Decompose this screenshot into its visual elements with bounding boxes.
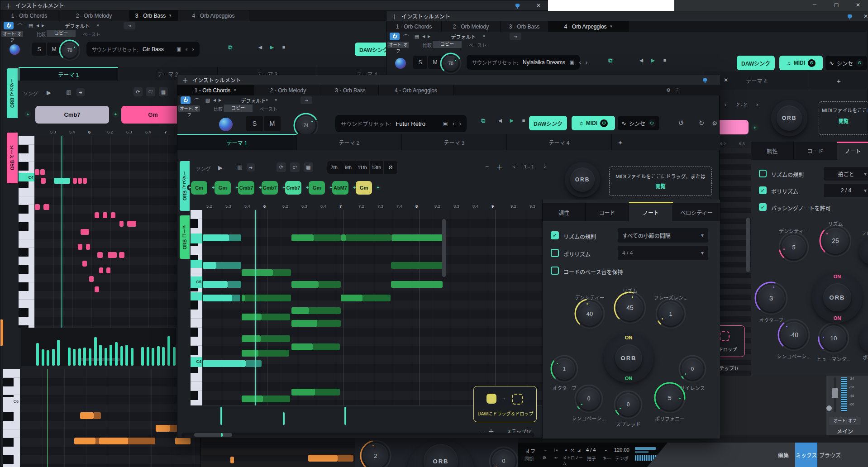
black-key[interactable] <box>19 145 29 153</box>
regenerate-chord-icon[interactable]: C⁷ <box>290 162 300 172</box>
nav-prev-icon[interactable]: ‹ <box>722 101 729 108</box>
prev-preset-icon[interactable]: ◀ <box>212 96 217 104</box>
checkbox-2[interactable] <box>759 203 767 211</box>
solo-button[interactable]: S <box>413 56 427 69</box>
instrument-tab-2[interactable]: 2 - Orb Melody <box>254 85 322 95</box>
midi-note[interactable] <box>40 169 45 175</box>
auto-mode-badge[interactable]: オート: オフ <box>387 42 409 48</box>
key-c5[interactable]: C5 <box>191 277 202 286</box>
chord-chip[interactable]: AbM7 <box>332 181 348 195</box>
midi-drop-zone[interactable]: MIDIファイルをここにドラッグ、または閲覧 <box>819 101 868 135</box>
midi-note[interactable] <box>391 234 443 241</box>
toggle[interactable] <box>660 456 670 462</box>
play-icon[interactable]: ▶ <box>45 88 53 96</box>
midi-note[interactable] <box>95 286 99 292</box>
automation-icon[interactable]: ⌒ <box>15 22 24 29</box>
melody-roll-sliver[interactable] <box>201 436 355 467</box>
settings-gear-icon[interactable]: ⚙ <box>711 119 718 128</box>
knob-win2.panel.knobs.3.label[interactable]: -40 <box>777 318 811 352</box>
key-c4[interactable]: C4 <box>191 357 202 366</box>
knob-win3.panel.knobs.0.label[interactable]: 40 <box>574 298 606 329</box>
midi-note[interactable] <box>242 335 261 342</box>
bypass-button[interactable] <box>4 22 14 29</box>
knob-win4.knob_b[interactable]: 0 <box>488 446 519 467</box>
midi-note[interactable] <box>74 438 95 444</box>
instrument-tab-2[interactable]: 2 - Orb Melody <box>58 10 130 21</box>
add-instrument-button[interactable]: ＋ <box>182 76 188 85</box>
chord-chip[interactable]: Gm <box>215 181 231 195</box>
instrument-tab-3[interactable]: 3 - Orb Bass▼ <box>130 10 178 21</box>
extension-option[interactable]: 13th <box>370 161 384 174</box>
midi-note[interactable] <box>35 169 39 175</box>
add-instrument-button[interactable]: ＋ <box>391 12 397 21</box>
gear-icon[interactable]: ⚙ <box>665 86 672 94</box>
prev-preset-icon[interactable]: ◀ <box>421 33 426 40</box>
black-key[interactable] <box>191 391 198 400</box>
check-dropdown[interactable]: 2 / 4▾ <box>824 184 868 197</box>
next-preset-icon[interactable]: ▶ <box>217 96 223 104</box>
close-window-icon[interactable]: ✕ <box>854 2 862 9</box>
chord-chip[interactable]: Cmb7 <box>285 181 301 195</box>
transport-stop-icon[interactable]: ■ <box>280 43 287 51</box>
key-c6[interactable]: C6 <box>3 397 20 405</box>
velocity-bar[interactable] <box>220 407 222 425</box>
next-sound-icon[interactable]: › <box>586 59 587 66</box>
paste-button[interactable]: ペースト <box>80 31 103 37</box>
tool-icon[interactable]: ⚒ <box>570 447 575 453</box>
knob-win2.panel.knobs.2.label[interactable]: 3 <box>754 281 788 315</box>
midi-note[interactable] <box>80 412 94 419</box>
automation-icon[interactable]: ⌒ <box>401 33 410 40</box>
pin-icon[interactable] <box>848 14 852 18</box>
panel-tab-0[interactable]: 調性 <box>751 142 794 160</box>
undo-icon[interactable]: ↺ <box>677 119 686 128</box>
extension-option[interactable]: 11th <box>355 161 369 174</box>
knob-win3.panel.knobs.2.label[interactable]: 1 <box>655 298 687 329</box>
black-key[interactable] <box>3 412 14 421</box>
velocity-bar[interactable] <box>344 407 346 425</box>
midi-note[interactable] <box>203 295 232 301</box>
midi-note[interactable] <box>73 178 77 184</box>
knob-win1.volume[interactable]: 70 <box>58 39 81 62</box>
active-key[interactable] <box>191 292 202 300</box>
instrument-tab-3[interactable]: 3 - Orb Bass <box>501 21 548 32</box>
rail-tab-orb-bass[interactable]: ORB ベース <box>7 133 18 183</box>
grid-icon[interactable]: ▦ <box>159 87 168 96</box>
close-icon[interactable]: ✕ <box>535 2 542 9</box>
preset-file-icon[interactable]: ▤ <box>205 96 211 104</box>
checkbox-0[interactable] <box>551 231 559 239</box>
preset-file-icon[interactable]: ▤ <box>414 33 420 40</box>
next-preset-icon[interactable]: ▶ <box>40 22 46 29</box>
window-titlebar[interactable]: ＋インストゥルメント <box>0 0 548 10</box>
checkbox-0[interactable] <box>759 170 767 177</box>
close-icon[interactable]: ✕ <box>723 77 729 83</box>
gear-icon[interactable]: ⚙ <box>541 455 548 461</box>
panel-tab-2[interactable]: ノート <box>837 142 868 160</box>
synth-button[interactable]: ∿シンセ⏻ <box>618 116 659 130</box>
midi-note[interactable] <box>291 281 319 288</box>
solo-button[interactable]: S <box>246 116 263 131</box>
regenerate-icon[interactable]: ⟳ <box>134 87 143 96</box>
next-preset-icon[interactable]: ▶ <box>426 33 432 40</box>
key-value[interactable]: - <box>605 447 610 453</box>
prev-sound-icon[interactable]: ‹ <box>453 120 455 127</box>
insert-icon[interactable]: ⇥ <box>124 22 135 29</box>
black-key[interactable] <box>3 455 14 464</box>
transport-stop-icon[interactable]: ■ <box>520 117 527 124</box>
nav-next-icon[interactable]: › <box>542 163 548 170</box>
export-icon[interactable]: ➔ <box>76 88 85 96</box>
transport-start-icon[interactable]: ◀ <box>496 117 504 124</box>
knob-win3.panel.knobs.4.label[interactable]: 0 <box>574 384 604 414</box>
grid-icon[interactable]: ▦ <box>304 162 313 172</box>
knob-win3.panel.knobs.7.label[interactable]: 0 <box>678 354 707 383</box>
copy-button[interactable]: コピー <box>224 105 253 112</box>
instrument-tab-4[interactable]: 4 - Orb Arpeggios <box>178 10 249 21</box>
orb-knob[interactable]: ORB <box>570 167 595 192</box>
velocity-bar[interactable] <box>283 412 285 425</box>
transport-play-icon[interactable]: ▶ <box>649 57 657 64</box>
midi-note[interactable] <box>106 267 110 273</box>
add-chord-button[interactable]: + <box>112 111 119 118</box>
midi-note[interactable] <box>99 267 103 273</box>
next-sound-icon[interactable]: › <box>459 120 461 127</box>
theme-tab-1[interactable]: テーマ 1 <box>177 134 297 150</box>
bypass-button[interactable] <box>390 33 400 40</box>
